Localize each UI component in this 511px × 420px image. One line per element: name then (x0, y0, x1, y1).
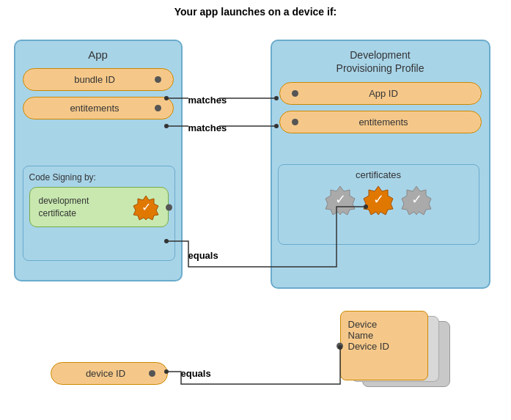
device-id-pill: device ID (51, 362, 168, 385)
matches-label-1: matches (188, 95, 227, 106)
dev-cert-pill: developmentcertificate ✓ (29, 187, 169, 227)
main-container: Your app launches on a device if: App bu… (0, 0, 511, 420)
code-signing-box: Code Signing by: developmentcertificate … (23, 166, 175, 261)
device-id-dot (149, 370, 155, 377)
device-card-front: DeviceNameDevice ID (340, 311, 428, 380)
equals-label-1: equals (188, 250, 218, 261)
silver-seal-icon: ✓ (325, 185, 356, 215)
svg-text:✓: ✓ (411, 192, 422, 207)
matches-label-2: matches (188, 122, 227, 133)
entitlements-dot (155, 105, 161, 111)
svg-text:✓: ✓ (141, 201, 150, 213)
svg-text:✓: ✓ (335, 192, 346, 207)
device-front-dot (337, 342, 343, 349)
orange-seal-icon: ✓ (363, 185, 394, 215)
prov-box-title: DevelopmentProvisioning Profile (279, 48, 482, 75)
app-box-title: App (23, 48, 174, 61)
equals-label-2: equals (181, 368, 211, 379)
svg-text:✓: ✓ (373, 192, 384, 207)
certs-icons: ✓ ✓ ✓ (286, 185, 471, 215)
app-id-dot-left (292, 90, 298, 97)
diagram-area: App bundle ID entitements Code Signing b… (7, 25, 505, 420)
entitlements-pill-app: entitements (23, 97, 174, 119)
silver-seal-2-icon: ✓ (401, 185, 432, 215)
device-id-pill-wrapper: device ID (51, 362, 168, 391)
code-signing-title: Code Signing by: (29, 172, 169, 183)
dev-cert-seal: ✓ (133, 194, 159, 221)
certs-title: certificates (286, 169, 471, 180)
app-id-pill: App ID (279, 82, 482, 105)
device-card-front-text: DeviceNameDevice ID (348, 319, 420, 352)
page-title: Your app launches on a device if: (0, 0, 511, 18)
bundle-id-dot (155, 76, 161, 83)
certs-box: certificates ✓ ✓ (278, 164, 479, 245)
bundle-id-pill: bundle ID (23, 68, 174, 91)
entitlements-pill-prov: entitements (279, 111, 482, 133)
dev-cert-dot (166, 204, 172, 210)
app-box: App bundle ID entitements Code Signing b… (14, 40, 183, 281)
entitlements-prov-dot-left (292, 119, 298, 125)
dev-cert-text: developmentcertificate (39, 195, 133, 220)
